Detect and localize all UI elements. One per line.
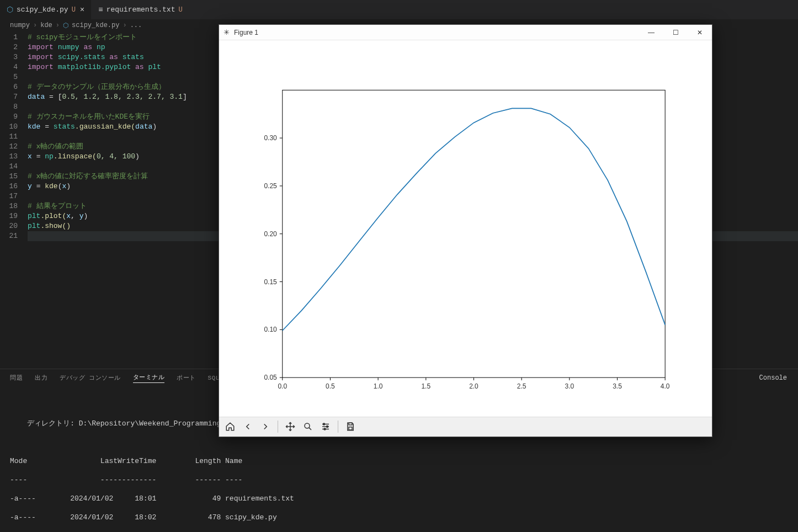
- code-comment: # x軸の値に対応する確率密度を計算: [28, 172, 148, 180]
- code-comment: # 結果をプロット: [28, 202, 87, 210]
- svg-text:3.5: 3.5: [613, 383, 622, 391]
- svg-text:4.0: 4.0: [661, 383, 670, 391]
- editor-tabs: ⬡ scipy_kde.py U × ≡ requirements.txt U: [0, 0, 798, 19]
- svg-point-31: [305, 423, 310, 428]
- svg-point-33: [327, 426, 328, 428]
- breadcrumb-part[interactable]: numpy: [10, 22, 30, 29]
- home-icon[interactable]: [222, 419, 238, 434]
- pan-icon[interactable]: [283, 419, 298, 434]
- terminal-line: -a---- 2024/01/02 18:02 478 scipy_kde.py: [10, 513, 788, 522]
- tab-label: scipy_kde.py: [17, 6, 68, 14]
- close-icon[interactable]: ×: [80, 6, 84, 14]
- tab-scipy-kde[interactable]: ⬡ scipy_kde.py U ×: [0, 0, 92, 19]
- save-icon[interactable]: [343, 419, 358, 434]
- tab-requirements[interactable]: ≡ requirements.txt U: [92, 0, 189, 19]
- svg-text:0.30: 0.30: [264, 135, 277, 142]
- breadcrumb-part[interactable]: kde: [40, 22, 52, 29]
- svg-text:2.0: 2.0: [469, 383, 478, 391]
- svg-rect-35: [349, 423, 352, 425]
- svg-text:0.0: 0.0: [278, 383, 287, 391]
- figure-plot-area[interactable]: 0.00.51.01.52.02.53.03.54.00.050.100.150…: [219, 40, 712, 416]
- breadcrumb-part[interactable]: scipy_kde.py: [72, 22, 119, 29]
- python-file-icon: ⬡: [7, 5, 13, 14]
- toolbar-divider: [278, 421, 278, 433]
- panel-tab-terminal[interactable]: ターミナル: [133, 373, 165, 383]
- svg-text:0.5: 0.5: [326, 383, 335, 391]
- tab-modified-indicator: U: [72, 6, 76, 14]
- svg-text:0.10: 0.10: [264, 326, 277, 334]
- svg-text:0.20: 0.20: [264, 230, 277, 238]
- text-file-icon: ≡: [98, 6, 103, 14]
- zoom-icon[interactable]: [300, 419, 316, 434]
- code-comment: # データのサンプル（正規分布から生成）: [28, 83, 166, 91]
- python-file-icon: ⬡: [63, 22, 68, 30]
- terminal-line: ---- ------------- ------ ----: [10, 475, 788, 485]
- panel-right-label[interactable]: Console: [759, 374, 787, 382]
- forward-icon[interactable]: [258, 419, 273, 434]
- tab-label: requirements.txt: [107, 6, 175, 14]
- terminal-header: Mode LastWriteTime Length Name: [10, 456, 788, 466]
- panel-tab-debug-console[interactable]: デバッグ コンソール: [60, 374, 121, 382]
- kde-line-chart: 0.00.51.01.52.02.53.03.54.00.050.100.150…: [219, 40, 712, 416]
- panel-tab-ports[interactable]: ポート: [177, 374, 196, 382]
- chevron-right-icon: ›: [56, 22, 60, 29]
- tab-modified-indicator: U: [178, 6, 182, 14]
- configure-icon[interactable]: [318, 419, 333, 434]
- code-comment: # ガウスカーネルを用いたKDEを実行: [28, 113, 150, 121]
- svg-text:0.25: 0.25: [264, 182, 277, 190]
- panel-tab-output[interactable]: 出力: [35, 374, 47, 382]
- svg-text:0.05: 0.05: [264, 374, 277, 382]
- svg-text:2.5: 2.5: [517, 383, 526, 391]
- code-comment: # scipyモジュールをインポート: [28, 33, 137, 41]
- matplotlib-icon: ✳: [224, 28, 230, 36]
- terminal-line: -a---- 2024/01/02 18:01 49 requirements.…: [10, 494, 788, 503]
- svg-text:1.5: 1.5: [421, 383, 430, 391]
- figure-title: Figure 1: [234, 29, 639, 36]
- svg-point-32: [323, 423, 325, 425]
- svg-text:0.15: 0.15: [264, 278, 277, 286]
- svg-rect-0: [283, 91, 665, 378]
- svg-text:3.0: 3.0: [565, 383, 574, 391]
- figure-titlebar[interactable]: ✳ Figure 1 — ☐ ✕: [219, 25, 712, 40]
- matplotlib-figure-window: ✳ Figure 1 — ☐ ✕ 0.00.51.01.52.02.53.03.…: [219, 24, 712, 437]
- panel-tab-problems[interactable]: 問題: [10, 374, 23, 382]
- maximize-button[interactable]: ☐: [663, 25, 688, 40]
- svg-text:1.0: 1.0: [374, 383, 383, 391]
- svg-rect-36: [349, 427, 352, 430]
- back-icon[interactable]: [240, 419, 256, 434]
- code-comment: # x軸の値の範囲: [28, 142, 83, 151]
- matplotlib-toolbar: [219, 417, 712, 437]
- toolbar-divider: [338, 421, 338, 433]
- chevron-right-icon: ›: [123, 22, 126, 29]
- svg-point-34: [324, 428, 326, 430]
- breadcrumb-part[interactable]: ...: [130, 22, 142, 29]
- minimize-button[interactable]: —: [639, 25, 663, 40]
- close-button[interactable]: ✕: [688, 25, 712, 40]
- line-gutter: 123456789101112131415161718192021: [0, 33, 28, 241]
- chevron-right-icon: ›: [33, 22, 37, 29]
